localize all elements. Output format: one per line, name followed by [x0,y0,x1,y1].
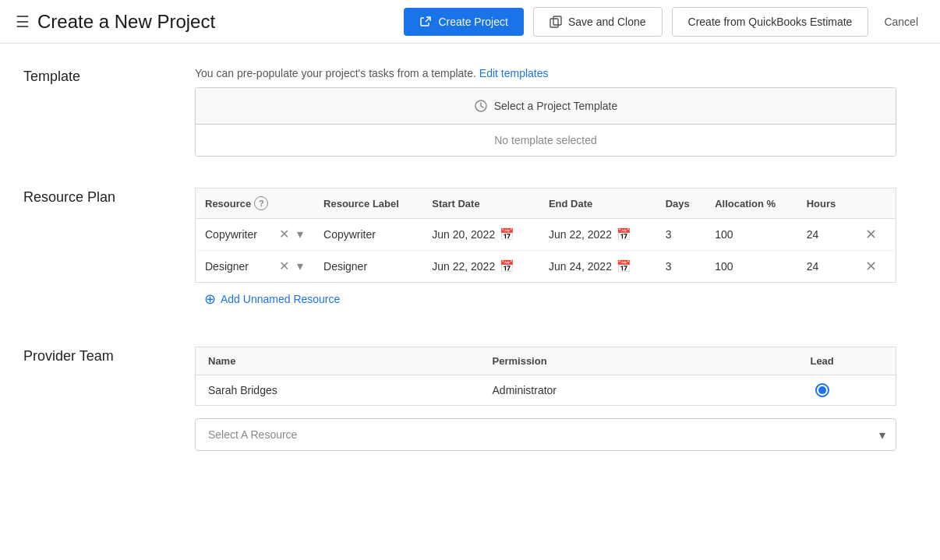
provider-table-body: Sarah Bridges Administrator [196,375,896,406]
start-date-cell-0: Jun 20, 2022 📅 [422,219,539,251]
template-section-body: You can pre-populate your project's task… [195,67,896,157]
select-resource-wrapper: Select A Resource ▾ [195,418,896,451]
col-end-date: End Date [539,188,656,219]
template-no-selection: No template selected [196,125,896,156]
start-date-calendar-icon-0[interactable]: 📅 [500,227,514,241]
resource-clear-button-0[interactable]: ✕ [277,227,291,242]
remove-cell-0: ✕ [853,219,896,251]
provider-team-section: Provider Team Name Permission Lead Sarah… [23,347,896,451]
provider-header-row: Name Permission Lead [196,347,896,375]
col-start-date: Start Date [422,188,539,219]
page-title: Create a New Project [37,11,215,33]
col-resource-label: Resource Label [314,188,422,219]
content: Template You can pre-populate your proje… [0,44,920,505]
resource-table-row: Copywriter ✕ ▾ Copywriter Jun 20, 2022 📅… [196,219,896,251]
days-cell-1: 3 [656,251,705,283]
hours-cell-1: 24 [797,251,853,283]
provider-lead-cell-0 [748,375,896,406]
resource-table: Resource ? Resource Label Start Date End… [195,188,896,283]
resource-plan-label: Resource Plan [23,188,195,315]
col-name: Name [196,347,480,375]
end-date-calendar-icon-0[interactable]: 📅 [617,227,631,241]
add-unnamed-resource-button[interactable]: ⊕ Add Unnamed Resource [195,283,349,315]
grid-icon: ☰ [16,12,30,31]
end-date-cell-0: Jun 22, 2022 📅 [539,219,656,251]
svg-rect-0 [550,19,558,27]
resource-label-cell-0: Copywriter [314,219,422,251]
header-title-group: ☰ Create a New Project [16,11,394,33]
provider-permission-cell-0: Administrator [480,375,749,406]
resource-table-row: Designer ✕ ▾ Designer Jun 22, 2022 📅 Jun… [196,251,896,283]
provider-team-label: Provider Team [23,347,195,451]
provider-table: Name Permission Lead Sarah Bridges Admin… [195,347,896,406]
select-template-button[interactable]: Select a Project Template [196,88,896,125]
create-project-button[interactable]: Create Project [404,8,523,36]
resource-plan-section: Resource Plan Resource ? Resource Label … [23,188,896,315]
refresh-icon [474,99,488,113]
template-section-label: Template [23,67,195,157]
col-resource: Resource ? [196,188,315,219]
col-permission: Permission [480,347,749,375]
save-and-clone-button[interactable]: Save and Clone [533,7,663,37]
resource-name-cell-1: Designer ✕ ▾ [196,251,315,283]
resource-help-icon[interactable]: ? [254,196,268,210]
days-cell-0: 3 [656,219,705,251]
login-icon [419,16,432,28]
end-date-calendar-icon-1[interactable]: 📅 [617,259,631,273]
resource-dropdown-button-0[interactable]: ▾ [295,227,305,242]
resource-table-body: Copywriter ✕ ▾ Copywriter Jun 20, 2022 📅… [196,219,896,283]
provider-table-row: Sarah Bridges Administrator [196,375,896,406]
remove-resource-button-0[interactable]: ✕ [862,225,881,244]
cancel-button[interactable]: Cancel [878,8,924,36]
hours-cell-0: 24 [797,219,853,251]
resource-name-1: Designer [205,260,273,273]
resource-plan-body: Resource ? Resource Label Start Date End… [195,188,896,315]
plus-circle-icon: ⊕ [204,291,216,308]
col-allocation: Allocation % [705,188,797,219]
col-hours: Hours [797,188,853,219]
resource-clear-button-1[interactable]: ✕ [277,259,291,274]
clone-icon [550,16,562,28]
select-resource-dropdown[interactable]: Select A Resource [195,418,896,451]
svg-rect-1 [553,16,561,25]
edit-templates-link[interactable]: Edit templates [479,67,549,79]
start-date-calendar-icon-1[interactable]: 📅 [500,259,514,273]
remove-cell-1: ✕ [853,251,896,283]
allocation-cell-0: 100 [705,219,797,251]
col-lead: Lead [748,347,896,375]
provider-team-body: Name Permission Lead Sarah Bridges Admin… [195,347,896,451]
resource-table-header-row: Resource ? Resource Label Start Date End… [196,188,896,219]
template-select-box: Select a Project Template No template se… [195,87,896,157]
resource-dropdown-button-1[interactable]: ▾ [295,259,305,274]
end-date-cell-1: Jun 24, 2022 📅 [539,251,656,283]
resource-label-cell-1: Designer [314,251,422,283]
template-hint: You can pre-populate your project's task… [195,67,896,79]
col-days: Days [656,188,705,219]
start-date-cell-1: Jun 22, 2022 📅 [422,251,539,283]
provider-name-cell-0: Sarah Bridges [196,375,480,406]
allocation-cell-1: 100 [705,251,797,283]
remove-resource-button-1[interactable]: ✕ [862,257,881,276]
header: ☰ Create a New Project Create Project Sa… [0,0,940,44]
quickbooks-button[interactable]: Create from QuickBooks Estimate [672,7,869,37]
resource-name-cell-0: Copywriter ✕ ▾ [196,219,315,251]
col-actions [853,188,896,219]
resource-name-0: Copywriter [205,228,273,241]
template-section: Template You can pre-populate your proje… [23,67,896,157]
lead-radio-0[interactable] [815,383,829,397]
